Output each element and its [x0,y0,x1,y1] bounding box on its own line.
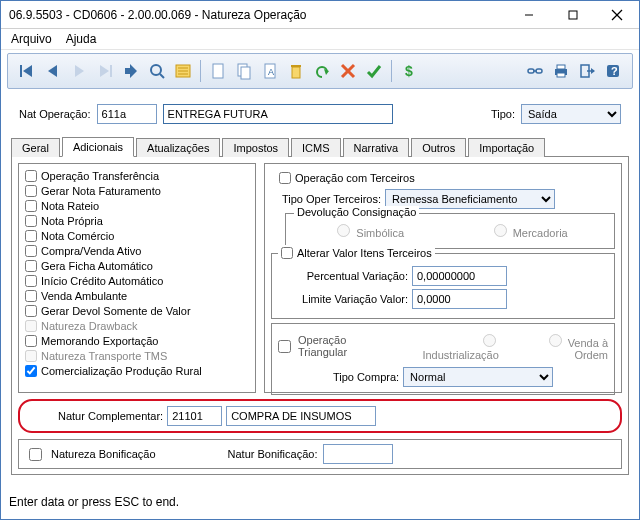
tab-importacao[interactable]: Importação [468,138,545,157]
lbl-natureza-drawback: Natureza Drawback [41,320,138,332]
svg-marker-7 [75,65,84,77]
lbl-gera-ficha-automatico: Gera Ficha Automático [41,260,153,272]
devolucao-consignacao-legend: Devolução Consignação [294,206,419,218]
svg-marker-5 [23,65,32,77]
lbl-memorando-exportacao: Memorando Exportação [41,335,158,347]
chk-operacao-triangular[interactable] [278,340,291,353]
chk-gerar-nota-faturamento[interactable] [25,185,37,197]
next-record-icon[interactable] [67,59,91,83]
prev-record-icon[interactable] [41,59,65,83]
svg-rect-31 [557,65,565,69]
natur-complementar-desc-input[interactable] [226,406,376,426]
svg-rect-16 [213,64,223,78]
lbl-natureza-bonificacao: Natureza Bonificação [51,448,156,460]
chk-gerar-devol-somente-valor[interactable] [25,305,37,317]
chk-operacao-terceiros[interactable] [279,172,291,184]
lbl-gerar-devol-somente-valor: Gerar Devol Somente de Valor [41,305,191,317]
nat-operacao-label: Nat Operação: [19,108,91,120]
link-icon[interactable] [523,59,547,83]
lbl-inicio-credito-automatico: Início Crédito Automático [41,275,163,287]
money-icon[interactable]: $ [397,59,421,83]
maximize-button[interactable] [551,1,595,29]
tipo-oper-terceiros-label: Tipo Oper Terceiros: [271,193,381,205]
chk-nota-rateio[interactable] [25,200,37,212]
lbl-alterar-valor-itens-terceiros: Alterar Valor Itens Terceiros [297,247,432,259]
natur-bonificacao-input[interactable] [323,444,393,464]
confirm-icon[interactable] [362,59,386,83]
tab-atualizacoes[interactable]: Atualizações [136,138,220,157]
title-bar: 06.9.5503 - CD0606 - 2.00.00.069 - Natur… [1,1,639,29]
search-icon[interactable] [145,59,169,83]
window-title: 06.9.5503 - CD0606 - 2.00.00.069 - Natur… [1,8,507,22]
edit-icon[interactable]: A [258,59,282,83]
percentual-variacao-input[interactable] [412,266,507,286]
last-record-icon[interactable] [93,59,117,83]
menu-bar: Arquivo Ajuda [1,29,639,50]
help-icon[interactable]: ? [601,59,625,83]
chk-venda-ambulante[interactable] [25,290,37,302]
chk-memorando-exportacao[interactable] [25,335,37,347]
status-bar: Enter data or press ESC to end. [9,495,631,509]
tipo-compra-select[interactable]: Normal [403,367,553,387]
radio-industrializacao [483,334,496,347]
chk-gera-ficha-automatico[interactable] [25,260,37,272]
svg-marker-6 [48,65,57,77]
list-icon[interactable] [171,59,195,83]
tab-icms[interactable]: ICMS [291,138,341,157]
svg-rect-18 [241,67,250,79]
svg-rect-9 [110,65,112,77]
limite-variacao-label: Limite Variação Valor: [278,293,408,305]
chk-nota-comercio[interactable] [25,230,37,242]
chk-natureza-bonificacao[interactable] [29,448,42,461]
menu-arquivo[interactable]: Arquivo [11,32,52,46]
lbl-industrializacao: Industrialização [422,349,498,361]
first-record-icon[interactable] [15,59,39,83]
svg-text:?: ? [611,65,618,77]
radio-mercadoria [494,224,507,237]
tab-adicionais[interactable]: Adicionais [62,137,134,157]
tipo-label: Tipo: [491,108,515,120]
new-icon[interactable] [206,59,230,83]
natur-complementar-label: Natur Complementar: [58,410,163,422]
natur-complementar-code-input[interactable] [167,406,222,426]
copy-icon[interactable] [232,59,256,83]
lbl-comercializacao-producao-rural: Comercialização Produção Rural [41,365,202,377]
minimize-button[interactable] [507,1,551,29]
svg-text:A: A [268,67,274,77]
menu-ajuda[interactable]: Ajuda [66,32,97,46]
close-button[interactable] [595,1,639,29]
print-icon[interactable] [549,59,573,83]
svg-rect-32 [557,73,565,77]
svg-rect-22 [291,65,301,67]
chk-comercializacao-producao-rural[interactable] [25,365,37,377]
chk-alterar-valor-itens-terceiros[interactable] [281,247,293,259]
chk-inicio-credito-automatico[interactable] [25,275,37,287]
nat-operacao-desc-input[interactable] [163,104,393,124]
undo-icon[interactable] [310,59,334,83]
radio-venda-ordem [549,334,562,347]
tab-narrativa[interactable]: Narrativa [343,138,410,157]
svg-line-11 [160,74,164,78]
header-form: Nat Operação: Tipo: Saída [1,92,639,130]
tab-impostos[interactable]: Impostos [222,138,289,157]
delete-icon[interactable] [284,59,308,83]
left-checkbox-group: Operação Transferência Gerar Nota Fatura… [18,163,256,393]
lbl-nota-rateio: Nota Rateio [41,200,99,212]
nat-operacao-code-input[interactable] [97,104,157,124]
exit-icon[interactable] [575,59,599,83]
tab-outros[interactable]: Outros [411,138,466,157]
natur-bonificacao-label: Natur Bonificação: [228,448,318,460]
chk-nota-propria[interactable] [25,215,37,227]
svg-text:$: $ [405,63,413,79]
svg-marker-8 [100,65,109,77]
lbl-operacao-transferencia: Operação Transferência [41,170,159,182]
tab-geral[interactable]: Geral [11,138,60,157]
tipo-select[interactable]: Saída [521,104,621,124]
svg-rect-4 [20,65,22,77]
limite-variacao-input[interactable] [412,289,507,309]
cancel-icon[interactable] [336,59,360,83]
chk-operacao-transferencia[interactable] [25,170,37,182]
chk-compra-venda-ativo[interactable] [25,245,37,257]
percentual-variacao-label: Percentual Variação: [278,270,408,282]
goto-icon[interactable] [119,59,143,83]
